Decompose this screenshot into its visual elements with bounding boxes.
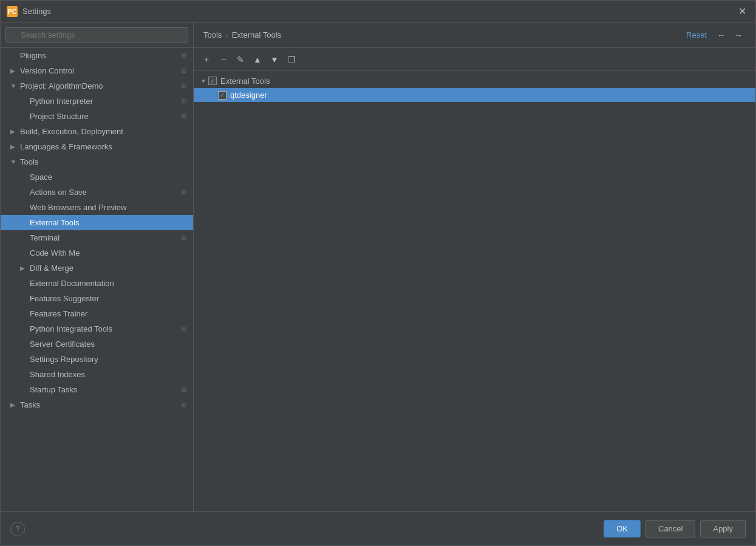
sidebar-item-tasks[interactable]: ▶ Tasks ⊞ (1, 397, 193, 412)
tree-chevron-icon: ▼ (199, 76, 208, 86)
breadcrumb-current: External Tools (232, 30, 281, 39)
breadcrumb-separator: › (225, 30, 228, 39)
chevron-icon: ▼ (10, 83, 18, 89)
sidebar-item-settings-repository[interactable]: Settings Repository (1, 352, 193, 367)
cancel-button[interactable]: Cancel (645, 520, 695, 537)
sidebar-item-python-integrated-tools[interactable]: Python Integrated Tools ⊞ (1, 321, 193, 336)
sidebar-item-actions-on-save[interactable]: Actions on Save ⊞ (1, 185, 193, 200)
panel-actions: Reset ← → (686, 28, 746, 43)
edit-button[interactable]: ✎ (233, 52, 248, 67)
sidebar-item-build[interactable]: ▶ Build, Execution, Deployment (1, 124, 193, 139)
add-button[interactable]: + (199, 52, 214, 67)
sidebar-item-terminal[interactable]: Terminal ⊞ (1, 230, 193, 245)
settings-icon: ⊞ (179, 234, 188, 242)
tree-item-checkbox[interactable]: ✓ (218, 91, 226, 100)
sidebar-item-project[interactable]: ▼ Project: AlgorithmDemo ⊞ (1, 78, 193, 94)
remove-button[interactable]: − (216, 52, 231, 67)
move-up-button[interactable]: ▲ (250, 52, 265, 67)
settings-icon: ⊞ (179, 97, 188, 105)
toolbar: + − ✎ ▲ ▼ ❐ (194, 48, 755, 71)
settings-icon: ⊞ (179, 82, 188, 90)
sidebar-item-diff-merge[interactable]: ▶ Diff & Merge (1, 261, 193, 276)
sidebar-item-space[interactable]: Space (1, 169, 193, 185)
app-icon: PC (7, 6, 18, 17)
chevron-icon: ▶ (10, 143, 18, 150)
close-button[interactable]: ✕ (735, 4, 749, 19)
ok-button[interactable]: OK (604, 520, 641, 537)
chevron-icon: ▶ (10, 67, 18, 74)
tree-group-external-tools[interactable]: ▼ ✓ External Tools (194, 73, 755, 88)
chevron-icon: ▶ (10, 401, 18, 408)
tree-group-checkbox[interactable]: ✓ (208, 77, 217, 85)
sidebar-item-plugins[interactable]: Plugins ⊞ (1, 48, 193, 63)
settings-icon: ⊞ (179, 112, 188, 120)
tree-panel: ▼ ✓ External Tools ✓ qtdesigner (194, 71, 755, 511)
bottom-bar: ? OK Cancel Apply (1, 511, 755, 545)
sidebar-item-features-trainer[interactable]: Features Trainer (1, 306, 193, 321)
sidebar-list: Plugins ⊞ ▶ Version Control ⊞ ▼ Project:… (1, 48, 193, 511)
settings-icon: ⊞ (179, 325, 188, 333)
search-wrapper: 🔍 (5, 27, 188, 43)
title-bar: PC Settings ✕ (1, 1, 755, 22)
sidebar-item-external-tools[interactable]: External Tools (1, 215, 193, 230)
copy-button[interactable]: ❐ (284, 52, 299, 67)
move-down-button[interactable]: ▼ (267, 52, 282, 67)
window-title: Settings (22, 7, 735, 16)
settings-icon: ⊞ (179, 188, 188, 196)
chevron-icon: ▶ (20, 265, 27, 271)
right-panel: Tools › External Tools Reset ← → + (194, 22, 755, 511)
sidebar-item-web-browsers[interactable]: Web Browsers and Preview (1, 200, 193, 215)
sidebar-item-features-suggester[interactable]: Features Suggester (1, 291, 193, 306)
sidebar-item-tools[interactable]: ▼ Tools (1, 154, 193, 169)
help-button[interactable]: ? (10, 522, 25, 536)
breadcrumb: Tools › External Tools (203, 30, 686, 39)
settings-icon: ⊞ (179, 52, 188, 60)
reset-button[interactable]: Reset (686, 30, 707, 39)
sidebar-item-python-interpreter[interactable]: Python Interpreter ⊞ (1, 94, 193, 109)
forward-button[interactable]: → (731, 28, 746, 43)
settings-icon: ⊞ (179, 386, 188, 394)
chevron-icon: ▼ (10, 159, 18, 165)
tree-item-qtdesigner[interactable]: ✓ qtdesigner (194, 88, 755, 102)
panel-header: Tools › External Tools Reset ← → (194, 22, 755, 48)
sidebar-item-server-certificates[interactable]: Server Certificates (1, 336, 193, 352)
settings-icon: ⊞ (179, 401, 188, 409)
sidebar-item-version-control[interactable]: ▶ Version Control ⊞ (1, 63, 193, 78)
sidebar-item-shared-indexes[interactable]: Shared Indexes (1, 367, 193, 382)
sidebar-item-project-structure[interactable]: Project Structure ⊞ (1, 109, 193, 124)
apply-button[interactable]: Apply (700, 520, 746, 537)
chevron-icon: ▶ (10, 128, 18, 135)
main-content: 🔍 Plugins ⊞ ▶ Version Control ⊞ (1, 22, 755, 511)
sidebar-item-languages[interactable]: ▶ Languages & Frameworks (1, 139, 193, 154)
back-button[interactable]: ← (714, 28, 729, 43)
sidebar: 🔍 Plugins ⊞ ▶ Version Control ⊞ (1, 22, 194, 511)
search-input[interactable] (5, 27, 188, 43)
sidebar-item-external-doc[interactable]: External Documentation (1, 276, 193, 291)
settings-icon: ⊞ (179, 67, 188, 75)
settings-dialog: PC Settings ✕ 🔍 Plugins ⊞ (0, 0, 756, 546)
sidebar-item-startup-tasks[interactable]: Startup Tasks ⊞ (1, 382, 193, 397)
sidebar-item-code-with-me[interactable]: Code With Me (1, 245, 193, 261)
breadcrumb-root: Tools (203, 30, 222, 39)
search-box: 🔍 (1, 22, 193, 48)
